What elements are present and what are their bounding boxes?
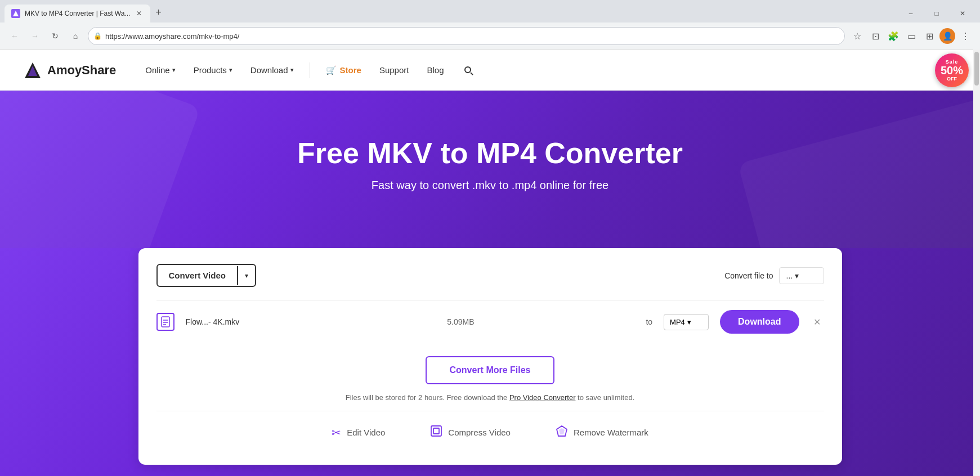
side-panel-icon[interactable]: ⊞ <box>921 28 937 44</box>
remove-watermark-label: Remove Watermark <box>574 428 648 437</box>
svg-point-3 <box>465 67 471 73</box>
remove-watermark-icon <box>556 425 568 437</box>
nav-blog[interactable]: Blog <box>420 61 450 79</box>
sale-off: OFF <box>947 76 957 82</box>
compress-icon <box>430 425 442 440</box>
hero-title: Free MKV to MP4 Converter <box>297 136 683 170</box>
logo-text: AmoyShare <box>47 63 116 78</box>
file-row: Flow...- 4K.mkv 5.09MB to MP4 ▾ Download… <box>156 300 824 343</box>
svg-rect-10 <box>433 428 439 434</box>
scissors-icon: ✂ <box>332 426 341 439</box>
nav-products[interactable]: Products ▾ <box>187 61 239 79</box>
convert-file-to-label: Convert file to <box>724 271 773 280</box>
download-label: Download <box>250 65 288 75</box>
file-document-icon <box>161 316 170 327</box>
convert-more-section: Convert More Files Files will be stored … <box>156 343 824 406</box>
products-chevron: ▾ <box>229 66 232 74</box>
nav-store[interactable]: 🛒 Store <box>319 61 368 80</box>
back-button[interactable]: ← <box>7 28 23 44</box>
download-chevron: ▾ <box>290 66 294 74</box>
cast-icon[interactable]: ▭ <box>903 28 919 44</box>
lock-icon: 🔒 <box>93 32 102 40</box>
home-button[interactable]: ⌂ <box>68 28 83 44</box>
profile-icon[interactable]: 👤 <box>939 28 955 44</box>
site-nav: AmoyShare Online ▾ Products ▾ Download ▾… <box>0 50 980 91</box>
search-icon <box>463 65 473 75</box>
support-label: Support <box>379 65 409 75</box>
converter-section: Convert Video ▾ Convert file to ... ▾ <box>0 248 980 476</box>
compress-video-icon <box>430 425 442 437</box>
svg-rect-5 <box>162 317 169 327</box>
address-bar: ← → ↻ ⌂ 🔒 ☆ ⊡ 🧩 ▭ ⊞ 👤 ⋮ <box>0 23 980 50</box>
maximize-button[interactable]: □ <box>924 5 950 23</box>
address-input-wrap: 🔒 <box>88 27 845 45</box>
format-chevron: ▾ <box>687 318 691 326</box>
minimize-button[interactable]: – <box>898 5 924 23</box>
convert-type-label: Convert Video <box>158 265 237 286</box>
file-name: Flow...- 4K.mkv <box>186 317 276 326</box>
storage-notice: Files will be stored for 2 hours. Free d… <box>346 393 635 402</box>
storage-notice-text: Files will be stored for 2 hours. Free d… <box>346 393 508 402</box>
file-format-select[interactable]: ... ▾ <box>779 267 824 284</box>
converter-box: Convert Video ▾ Convert file to ... ▾ <box>138 248 842 465</box>
compress-video-label: Compress Video <box>448 428 511 437</box>
remove-watermark-tool[interactable]: Remove Watermark <box>556 425 648 440</box>
format-select[interactable]: MP4 ▾ <box>664 314 709 330</box>
hero-subtitle: Fast way to convert .mkv to .mp4 online … <box>372 179 608 192</box>
store-cart-icon: 🛒 <box>326 65 337 75</box>
hero-section: Free MKV to MP4 Converter Fast way to co… <box>0 91 980 248</box>
store-label: Store <box>340 65 361 75</box>
file-size: 5.09MB <box>287 317 635 326</box>
online-label: Online <box>145 65 169 75</box>
pro-video-converter-link[interactable]: Pro Video Converter <box>509 393 576 402</box>
new-tab-button[interactable]: + <box>150 5 166 20</box>
sale-badge[interactable]: Sale 50% OFF <box>935 53 969 87</box>
file-icon <box>156 313 174 331</box>
url-input[interactable] <box>88 27 845 45</box>
convert-type-arrow-icon: ▾ <box>237 266 255 285</box>
tab-search-icon[interactable]: ⊡ <box>867 28 883 44</box>
download-button[interactable]: Download <box>720 310 799 334</box>
tab-close-button[interactable]: ✕ <box>135 9 144 18</box>
close-button[interactable]: ✕ <box>950 5 975 23</box>
tab-favicon <box>11 9 20 18</box>
reload-button[interactable]: ↻ <box>47 28 63 44</box>
blog-label: Blog <box>427 65 444 75</box>
file-format-value: ... <box>786 271 793 280</box>
extensions-icon[interactable]: 🧩 <box>885 28 901 44</box>
menu-button[interactable]: ⋮ <box>957 28 973 44</box>
scrollbar[interactable] <box>973 50 980 476</box>
edit-video-label: Edit Video <box>347 428 385 437</box>
browser-chrome: MKV to MP4 Converter | Fast Wa... ✕ + – … <box>0 0 980 50</box>
products-label: Products <box>194 65 227 75</box>
scrollbar-thumb[interactable] <box>974 52 979 86</box>
active-tab[interactable]: MKV to MP4 Converter | Fast Wa... ✕ <box>5 5 150 23</box>
nav-divider <box>310 62 310 78</box>
nav-links: Online ▾ Products ▾ Download ▾ 🛒 Store S… <box>138 61 957 80</box>
svg-marker-0 <box>13 11 19 16</box>
logo-icon <box>23 60 43 80</box>
svg-marker-12 <box>559 428 565 434</box>
compress-video-tool[interactable]: Compress Video <box>430 425 511 440</box>
logo[interactable]: AmoyShare <box>23 60 116 80</box>
toolbar-icons: ☆ ⊡ 🧩 ▭ ⊞ 👤 ⋮ <box>849 28 973 44</box>
remove-file-button[interactable]: ✕ <box>811 315 824 329</box>
convert-more-button[interactable]: Convert More Files <box>426 356 554 384</box>
converter-top-row: Convert Video ▾ Convert file to ... ▾ <box>156 264 824 287</box>
nav-support[interactable]: Support <box>373 61 416 79</box>
tab-bar-row: MKV to MP4 Converter | Fast Wa... ✕ + – … <box>0 0 980 23</box>
storage-notice-end: to save unlimited. <box>578 393 634 402</box>
svg-line-4 <box>471 73 473 75</box>
nav-online[interactable]: Online ▾ <box>138 61 182 79</box>
forward-button[interactable]: → <box>27 28 43 44</box>
bookmark-star-icon[interactable]: ☆ <box>849 28 865 44</box>
file-format-chevron: ▾ <box>795 271 799 280</box>
sale-percent: 50% <box>941 65 963 76</box>
nav-download[interactable]: Download ▾ <box>244 61 301 79</box>
convert-type-button[interactable]: Convert Video ▾ <box>156 264 256 287</box>
website: AmoyShare Online ▾ Products ▾ Download ▾… <box>0 50 980 476</box>
search-button[interactable] <box>459 61 477 79</box>
format-value: MP4 <box>670 318 685 326</box>
tools-bar: ✂ Edit Video Compress Video <box>156 411 824 449</box>
edit-video-tool[interactable]: ✂ Edit Video <box>332 425 385 440</box>
